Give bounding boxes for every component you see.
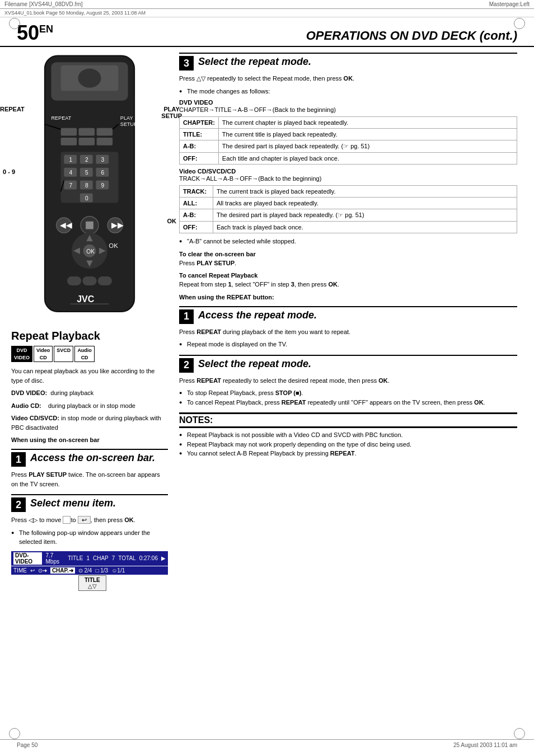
svg-rect-39	[86, 222, 93, 229]
table-row: ALL: All tracks are played back repeated…	[180, 198, 517, 209]
table-row: A-B: The desired part is played back rep…	[180, 140, 517, 153]
dvd-row2-val: The current title is played back repeate…	[218, 129, 517, 140]
step1-block: 1 Access the on-screen bar.	[11, 449, 168, 467]
svg-rect-35	[97, 138, 113, 145]
dvd-row1-key: CHAPTER:	[180, 117, 219, 129]
two-col-layout: REPEAT PLAY SETUP 0 - 9 OK 1	[0, 53, 534, 591]
badge-audio-cd: Audio CD	[74, 346, 95, 362]
step1b-text: Press REPEAT during playback of the item…	[179, 327, 517, 337]
footer-date: 25 August 2003 11:01 am	[453, 742, 517, 748]
svg-text:8: 8	[85, 182, 88, 189]
cancel-heading: To cancel Repeat Playback	[179, 272, 517, 279]
table-row: OFF: Each track is played back once.	[180, 222, 517, 233]
step2b-block: 2 Select the repeat mode.	[179, 355, 517, 373]
note2: Repeat Playback may not work properly de…	[179, 440, 517, 449]
step1-title: Access the on-screen bar.	[30, 452, 155, 464]
vcd-row4-val: Each track is played back once.	[213, 222, 517, 233]
popup-box: TITLE △▽	[78, 575, 106, 591]
page-title-row: 50EN OPERATIONS ON DVD DECK (cont.)	[0, 17, 534, 47]
step2b-number: 2	[179, 358, 194, 373]
disc-type-list: DVD VIDEO: during playback Audio CD: dur…	[11, 388, 168, 432]
corner-mark-br	[514, 728, 525, 739]
step2b-title: Select the repeat mode.	[198, 358, 311, 370]
notes-heading: NOTES:	[179, 412, 517, 428]
zero-nine-label: 0 - 9	[3, 168, 15, 175]
step2b-bullets: To stop Repeat Playback, press STOP (■).…	[179, 388, 517, 407]
vcd-row1-val: The current track is played back repeate…	[213, 186, 517, 198]
table-row: A-B: The desired part is played back rep…	[180, 209, 517, 222]
page-sup: EN	[39, 24, 53, 35]
dvd-table: CHAPTER: The current chapter is played b…	[179, 116, 517, 165]
step3-bullets: The mode changes as follows:	[179, 87, 517, 96]
step3-title: Select the repeat mode.	[198, 56, 311, 68]
remote-control-image: REPEAT PLAY SETUP 0 - 9 OK 1	[17, 53, 162, 323]
svg-text:6: 6	[101, 170, 105, 176]
repeat-label: REPEAT	[0, 106, 25, 112]
step2-number: 2	[11, 497, 26, 512]
svg-text:3: 3	[101, 157, 105, 163]
note3: You cannot select A-B Repeat Playback by…	[179, 449, 517, 458]
ab-bullet: "A-B" cannot be selected while stopped.	[179, 237, 517, 246]
cancel-text: Repeat from step 1, select "OFF" in step…	[179, 280, 517, 289]
section-heading: Repeat Playback	[11, 330, 168, 342]
svg-text:◀◀: ◀◀	[60, 221, 72, 229]
vcd-row3-key: A-B:	[180, 209, 213, 222]
step1b-number: 1	[179, 309, 194, 324]
svg-rect-34	[79, 138, 95, 145]
corner-mark-bl	[9, 728, 20, 739]
badge-dvd-video: DVD VIDEO	[11, 346, 32, 362]
clear-heading: To clear the on-screen bar	[179, 251, 517, 257]
vcd-row2-key: ALL:	[180, 198, 213, 209]
vcd-table: TRACK: The current track is played back …	[179, 185, 517, 233]
svg-rect-50	[98, 276, 112, 285]
svg-text:9: 9	[101, 182, 105, 189]
step1b-block: 1 Access the repeat mode.	[179, 306, 517, 324]
right-column: 3 Select the repeat mode. Press △▽ repea…	[179, 53, 523, 591]
svg-rect-33	[61, 138, 77, 145]
vcd-label: Video CD/SVCD/CD	[179, 168, 517, 175]
step2-block: 2 Select menu item.	[11, 494, 168, 512]
header-bar: Filename [XVS44U_08DVD.fm] Masterpage:Le…	[0, 0, 534, 9]
svg-text:4: 4	[69, 170, 72, 176]
table-row: TITLE: The current title is played back …	[180, 129, 517, 140]
dvd-row3-key: A-B:	[180, 140, 219, 153]
right-col-inner: 3 Select the repeat mode. Press △▽ repea…	[179, 53, 523, 458]
vcd-row2-val: All tracks are played back repeatedly.	[213, 198, 517, 209]
svg-text:OK: OK	[86, 248, 95, 255]
vcd-row1-key: TRACK:	[180, 186, 213, 198]
vcd-svcd-item: Video CD/SVCD: in stop mode or during pl…	[11, 414, 168, 432]
svg-text:2: 2	[85, 157, 88, 163]
clear-text: Press PLAY SETUP.	[179, 259, 517, 268]
dvd-row4-key: OFF:	[180, 153, 219, 165]
step3-number: 3	[179, 56, 194, 71]
svg-text:JVC: JVC	[77, 294, 95, 304]
svg-rect-49	[67, 276, 81, 285]
dvd-row3-val: The desired part is played back repeated…	[218, 140, 517, 153]
page-number: 50EN	[17, 23, 53, 43]
dvd-chain: CHAPTER→TITLE→A-B→OFF→(Back to the begin…	[179, 106, 517, 113]
corner-mark-tr	[514, 18, 525, 29]
ab-bullet-list: "A-B" cannot be selected while stopped.	[179, 237, 517, 246]
sub-header: XVS44U_01.book Page 50 Monday, August 25…	[0, 9, 534, 17]
popup-container: TITLE △▽	[45, 575, 168, 591]
svg-text:REPEAT: REPEAT	[51, 115, 71, 121]
onscreen-bar1: DVD-VIDEO 7.7 Mbps TITLE 1 CHAP 7 TOTAL …	[11, 551, 168, 566]
step2b-bullet2: To cancel Repeat Playback, press REPEAT …	[179, 398, 517, 407]
svg-rect-31	[79, 128, 95, 136]
format-badges: DVD VIDEO Video CD SVCD Audio CD	[11, 346, 168, 362]
notes-list: Repeat Playback is not possible with a V…	[179, 430, 517, 458]
intro-text: You can repeat playback as you like acco…	[11, 367, 168, 385]
step2-bullet1: The following pop-up window appears unde…	[11, 528, 168, 547]
subline-text: XVS44U_01.book Page 50 Monday, August 25…	[4, 10, 146, 16]
footer-page: Page 50	[17, 742, 38, 748]
filename-text: Filename [XVS44U_08DVD.fm]	[4, 1, 83, 7]
masterpage-text: Masterpage:Left	[489, 1, 530, 7]
dvd-row4-val: Each title and chapter is played back on…	[218, 153, 517, 165]
onscreen-bar-container: DVD-VIDEO 7.7 Mbps TITLE 1 CHAP 7 TOTAL …	[11, 551, 168, 591]
dvd-row1-val: The current chapter is played back repea…	[218, 117, 517, 129]
step1b-title: Access the repeat mode.	[198, 309, 317, 322]
step2-title: Select menu item.	[30, 497, 116, 510]
svg-text:SETUP: SETUP	[120, 121, 137, 127]
svg-rect-32	[97, 128, 113, 136]
corner-mark-tl	[9, 18, 20, 29]
